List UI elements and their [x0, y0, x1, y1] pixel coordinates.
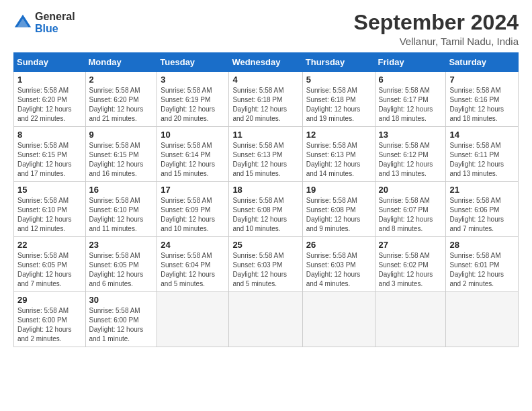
header-wednesday: Wednesday [229, 53, 302, 72]
table-row: 30 Sunrise: 5:58 AM Sunset: 6:00 PM Dayl… [85, 292, 157, 347]
day-number: 5 [306, 75, 371, 85]
day-info: Sunrise: 5:58 AM Sunset: 6:19 PM Dayligh… [161, 86, 225, 124]
table-row [157, 292, 229, 347]
header-saturday: Saturday [446, 53, 519, 72]
table-row: 6 Sunrise: 5:58 AM Sunset: 6:17 PM Dayli… [375, 72, 446, 127]
table-row [229, 292, 302, 347]
table-row: 16 Sunrise: 5:58 AM Sunset: 6:10 PM Dayl… [85, 182, 157, 237]
table-row: 10 Sunrise: 5:58 AM Sunset: 6:14 PM Dayl… [157, 127, 229, 182]
table-row: 25 Sunrise: 5:58 AM Sunset: 6:03 PM Dayl… [229, 237, 302, 292]
day-info: Sunrise: 5:58 AM Sunset: 6:11 PM Dayligh… [449, 141, 515, 179]
logo-blue-text: Blue [35, 23, 75, 35]
day-info: Sunrise: 5:58 AM Sunset: 6:17 PM Dayligh… [379, 86, 443, 124]
table-row: 26 Sunrise: 5:58 AM Sunset: 6:03 PM Dayl… [302, 237, 375, 292]
day-number: 17 [161, 185, 225, 195]
table-row: 4 Sunrise: 5:58 AM Sunset: 6:18 PM Dayli… [229, 72, 302, 127]
calendar-table: Sunday Monday Tuesday Wednesday Thursday… [13, 52, 519, 347]
day-info: Sunrise: 5:58 AM Sunset: 6:08 PM Dayligh… [232, 196, 298, 234]
table-row: 7 Sunrise: 5:58 AM Sunset: 6:16 PM Dayli… [446, 72, 519, 127]
table-row: 22 Sunrise: 5:58 AM Sunset: 6:05 PM Dayl… [14, 237, 86, 292]
day-number: 28 [449, 240, 515, 250]
table-row: 12 Sunrise: 5:58 AM Sunset: 6:13 PM Dayl… [302, 127, 375, 182]
table-row: 23 Sunrise: 5:58 AM Sunset: 6:05 PM Dayl… [85, 237, 157, 292]
logo-icon [13, 13, 32, 32]
day-info: Sunrise: 5:58 AM Sunset: 6:01 PM Dayligh… [449, 251, 515, 289]
table-row: 20 Sunrise: 5:58 AM Sunset: 6:07 PM Dayl… [375, 182, 446, 237]
table-row [446, 292, 519, 347]
day-info: Sunrise: 5:58 AM Sunset: 6:10 PM Dayligh… [89, 196, 154, 234]
table-row: 8 Sunrise: 5:58 AM Sunset: 6:15 PM Dayli… [14, 127, 86, 182]
day-info: Sunrise: 5:58 AM Sunset: 6:20 PM Dayligh… [89, 86, 154, 124]
logo: General Blue [13, 11, 75, 34]
day-number: 4 [232, 75, 298, 85]
table-row [375, 292, 446, 347]
day-number: 21 [449, 185, 515, 195]
day-number: 13 [379, 130, 443, 140]
day-info: Sunrise: 5:58 AM Sunset: 6:13 PM Dayligh… [232, 141, 298, 179]
header-monday: Monday [85, 53, 157, 72]
table-row: 24 Sunrise: 5:58 AM Sunset: 6:04 PM Dayl… [157, 237, 229, 292]
day-info: Sunrise: 5:58 AM Sunset: 6:13 PM Dayligh… [306, 141, 371, 179]
table-row: 19 Sunrise: 5:58 AM Sunset: 6:08 PM Dayl… [302, 182, 375, 237]
table-row: 11 Sunrise: 5:58 AM Sunset: 6:13 PM Dayl… [229, 127, 302, 182]
day-number: 8 [17, 130, 82, 140]
day-info: Sunrise: 5:58 AM Sunset: 6:15 PM Dayligh… [17, 141, 82, 179]
day-info: Sunrise: 5:58 AM Sunset: 6:07 PM Dayligh… [379, 196, 443, 234]
day-info: Sunrise: 5:58 AM Sunset: 6:16 PM Dayligh… [449, 86, 515, 124]
day-number: 20 [379, 185, 443, 195]
day-info: Sunrise: 5:58 AM Sunset: 6:03 PM Dayligh… [232, 251, 298, 289]
calendar-week-row: 8 Sunrise: 5:58 AM Sunset: 6:15 PM Dayli… [14, 127, 519, 182]
day-number: 25 [232, 240, 298, 250]
table-row: 2 Sunrise: 5:58 AM Sunset: 6:20 PM Dayli… [85, 72, 157, 127]
table-row: 18 Sunrise: 5:58 AM Sunset: 6:08 PM Dayl… [229, 182, 302, 237]
day-number: 22 [17, 240, 82, 250]
day-info: Sunrise: 5:58 AM Sunset: 6:18 PM Dayligh… [306, 86, 371, 124]
table-row: 15 Sunrise: 5:58 AM Sunset: 6:10 PM Dayl… [14, 182, 86, 237]
table-row: 21 Sunrise: 5:58 AM Sunset: 6:06 PM Dayl… [446, 182, 519, 237]
calendar-week-row: 29 Sunrise: 5:58 AM Sunset: 6:00 PM Dayl… [14, 292, 519, 347]
table-row: 5 Sunrise: 5:58 AM Sunset: 6:18 PM Dayli… [302, 72, 375, 127]
day-info: Sunrise: 5:58 AM Sunset: 6:00 PM Dayligh… [89, 306, 154, 344]
logo-text: General Blue [35, 11, 75, 34]
day-number: 1 [17, 75, 82, 85]
header-thursday: Thursday [302, 53, 375, 72]
calendar-header-row: Sunday Monday Tuesday Wednesday Thursday… [14, 53, 519, 72]
day-number: 23 [89, 240, 154, 250]
day-number: 3 [161, 75, 225, 85]
header-sunday: Sunday [14, 53, 86, 72]
table-row: 29 Sunrise: 5:58 AM Sunset: 6:00 PM Dayl… [14, 292, 86, 347]
calendar-week-row: 15 Sunrise: 5:58 AM Sunset: 6:10 PM Dayl… [14, 182, 519, 237]
table-row: 17 Sunrise: 5:58 AM Sunset: 6:09 PM Dayl… [157, 182, 229, 237]
day-info: Sunrise: 5:58 AM Sunset: 6:00 PM Dayligh… [17, 306, 82, 344]
day-number: 16 [89, 185, 154, 195]
logo-general-text: General [35, 11, 75, 23]
table-row: 1 Sunrise: 5:58 AM Sunset: 6:20 PM Dayli… [14, 72, 86, 127]
subtitle: Vellanur, Tamil Nadu, India [354, 36, 519, 47]
title-block: September 2024 Vellanur, Tamil Nadu, Ind… [354, 11, 519, 47]
day-info: Sunrise: 5:58 AM Sunset: 6:04 PM Dayligh… [161, 251, 225, 289]
calendar-week-row: 1 Sunrise: 5:58 AM Sunset: 6:20 PM Dayli… [14, 72, 519, 127]
day-info: Sunrise: 5:58 AM Sunset: 6:08 PM Dayligh… [306, 196, 371, 234]
day-info: Sunrise: 5:58 AM Sunset: 6:10 PM Dayligh… [17, 196, 82, 234]
day-number: 9 [89, 130, 154, 140]
day-info: Sunrise: 5:58 AM Sunset: 6:15 PM Dayligh… [89, 141, 154, 179]
day-number: 18 [232, 185, 298, 195]
day-number: 14 [449, 130, 515, 140]
main-title: September 2024 [354, 11, 519, 34]
table-row: 9 Sunrise: 5:58 AM Sunset: 6:15 PM Dayli… [85, 127, 157, 182]
day-number: 7 [449, 75, 515, 85]
day-number: 11 [232, 130, 298, 140]
day-info: Sunrise: 5:58 AM Sunset: 6:18 PM Dayligh… [232, 86, 298, 124]
day-number: 2 [89, 75, 154, 85]
table-row: 27 Sunrise: 5:58 AM Sunset: 6:02 PM Dayl… [375, 237, 446, 292]
day-number: 12 [306, 130, 371, 140]
day-number: 27 [379, 240, 443, 250]
day-number: 26 [306, 240, 371, 250]
day-info: Sunrise: 5:58 AM Sunset: 6:14 PM Dayligh… [161, 141, 225, 179]
header-tuesday: Tuesday [157, 53, 229, 72]
day-info: Sunrise: 5:58 AM Sunset: 6:06 PM Dayligh… [449, 196, 515, 234]
day-info: Sunrise: 5:58 AM Sunset: 6:02 PM Dayligh… [379, 251, 443, 289]
day-number: 15 [17, 185, 82, 195]
day-number: 24 [161, 240, 225, 250]
day-number: 30 [89, 295, 154, 305]
